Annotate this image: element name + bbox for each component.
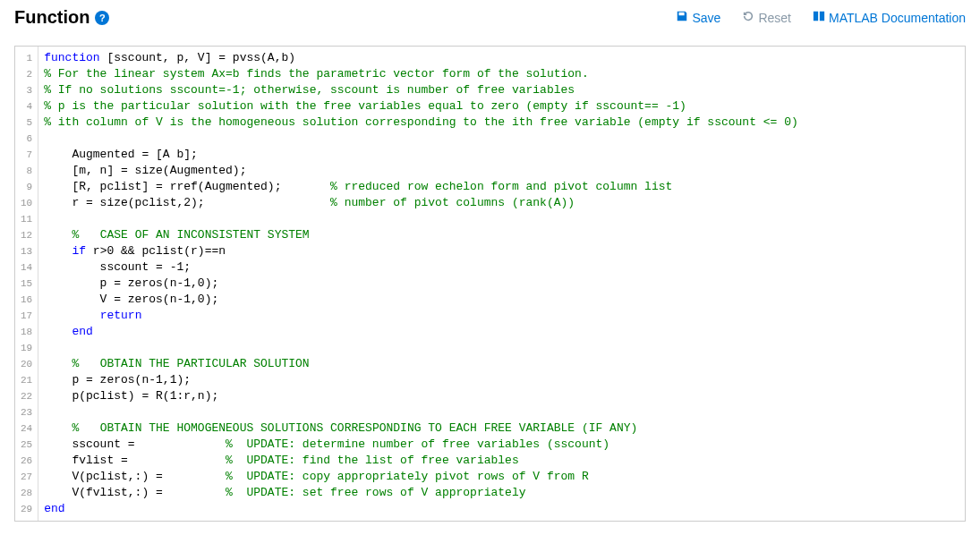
line-number: 21: [19, 372, 34, 388]
code-line[interactable]: end: [44, 501, 959, 517]
line-number: 7: [19, 147, 34, 163]
reset-icon: [742, 10, 754, 25]
line-number: 2: [19, 66, 34, 82]
line-number-gutter: 1234567891011121314151617181920212223242…: [15, 47, 38, 521]
line-number: 16: [19, 292, 34, 308]
code-line[interactable]: sscount = % UPDATE: determine number of …: [44, 437, 959, 453]
page-title: Function: [14, 7, 89, 28]
code-line[interactable]: r = size(pclist,2); % number of pivot co…: [44, 195, 959, 211]
line-number: 20: [19, 356, 34, 372]
code-line[interactable]: p = zeros(n-1,0);: [44, 276, 959, 292]
code-line[interactable]: % OBTAIN THE PARTICULAR SOLUTION: [44, 356, 959, 372]
line-number: 1: [19, 50, 34, 66]
code-line[interactable]: % For the linear system Ax=b finds the p…: [44, 66, 959, 82]
code-area[interactable]: function [sscount, p, V] = pvss(A,b)% Fo…: [38, 47, 965, 521]
line-number: 8: [19, 163, 34, 179]
line-number: 26: [19, 453, 34, 469]
line-number: 14: [19, 259, 34, 276]
line-number: 19: [19, 340, 34, 356]
code-line[interactable]: % If no solutions sscount=-1; otherwise,…: [44, 82, 959, 98]
code-line[interactable]: [m, n] = size(Augmented);: [44, 163, 959, 179]
line-number: 24: [19, 420, 34, 437]
code-line[interactable]: fvlist = % UPDATE: find the list of free…: [44, 453, 959, 469]
line-number: 12: [19, 227, 34, 243]
line-number: 5: [19, 115, 34, 131]
code-line[interactable]: if r>0 && pclist(r)==n: [44, 243, 959, 259]
code-line[interactable]: [44, 404, 959, 420]
code-line[interactable]: V(pclist,:) = % UPDATE: copy appropriate…: [44, 469, 959, 485]
code-line[interactable]: p = zeros(n-1,1);: [44, 372, 959, 388]
save-icon: [676, 10, 688, 25]
line-number: 10: [19, 195, 34, 211]
save-button[interactable]: Save: [676, 10, 720, 25]
svg-rect-1: [820, 12, 824, 21]
docs-icon: [813, 10, 825, 25]
page-header: Function ? Save Reset MATLAB Documentati…: [0, 0, 980, 38]
code-line[interactable]: % CASE OF AN INCONSISTENT SYSTEM: [44, 227, 959, 243]
code-line[interactable]: function [sscount, p, V] = pvss(A,b): [44, 50, 959, 66]
svg-rect-0: [814, 12, 818, 21]
header-actions: Save Reset MATLAB Documentation: [676, 10, 966, 25]
line-number: 6: [19, 131, 34, 147]
code-line[interactable]: [44, 211, 959, 227]
line-number: 13: [19, 243, 34, 259]
reset-label: Reset: [758, 11, 791, 25]
line-number: 11: [19, 211, 34, 227]
docs-link[interactable]: MATLAB Documentation: [813, 10, 966, 25]
code-line[interactable]: [R, pclist] = rref(Augmented); % rreduce…: [44, 179, 959, 195]
code-line[interactable]: V(fvlist,:) = % UPDATE: set free rows of…: [44, 485, 959, 501]
line-number: 3: [19, 82, 34, 98]
line-number: 25: [19, 437, 34, 453]
code-line[interactable]: % p is the particular solution with the …: [44, 98, 959, 115]
code-editor[interactable]: 1234567891011121314151617181920212223242…: [14, 46, 966, 522]
code-line[interactable]: % OBTAIN THE HOMOGENEOUS SOLUTIONS CORRE…: [44, 420, 959, 437]
save-label: Save: [692, 11, 720, 25]
line-number: 9: [19, 179, 34, 195]
line-number: 29: [19, 501, 34, 517]
code-line[interactable]: Augmented = [A b];: [44, 147, 959, 163]
help-icon[interactable]: ?: [95, 11, 109, 25]
code-line[interactable]: [44, 340, 959, 356]
line-number: 18: [19, 324, 34, 340]
code-line[interactable]: end: [44, 324, 959, 340]
code-line[interactable]: p(pclist) = R(1:r,n);: [44, 388, 959, 404]
code-line[interactable]: [44, 131, 959, 147]
line-number: 4: [19, 98, 34, 115]
line-number: 22: [19, 388, 34, 404]
code-line[interactable]: V = zeros(n-1,0);: [44, 292, 959, 308]
code-line[interactable]: return: [44, 308, 959, 324]
code-line[interactable]: % ith column of V is the homogeneous sol…: [44, 115, 959, 131]
code-line[interactable]: sscount = -1;: [44, 259, 959, 276]
docs-label: MATLAB Documentation: [829, 11, 966, 25]
line-number: 15: [19, 276, 34, 292]
line-number: 27: [19, 469, 34, 485]
line-number: 23: [19, 404, 34, 420]
line-number: 28: [19, 485, 34, 501]
reset-button[interactable]: Reset: [742, 10, 791, 25]
line-number: 17: [19, 308, 34, 324]
